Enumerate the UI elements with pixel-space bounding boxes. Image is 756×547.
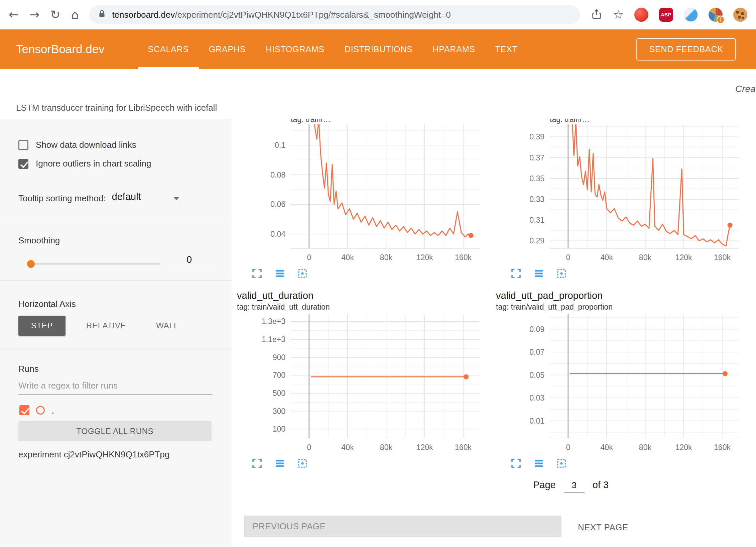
run-checkbox[interactable] <box>19 405 29 415</box>
tab-text[interactable]: TEXT <box>485 29 528 69</box>
bookmark-star-icon[interactable]: ☆ <box>613 9 624 21</box>
scalar-chart[interactable]: 0.290.310.330.350.370.39040k80k120k160k <box>491 124 739 263</box>
fit-domain-icon[interactable] <box>296 267 309 280</box>
svg-text:0.1: 0.1 <box>275 141 285 149</box>
experiment-id-label: experiment cj2vtPiwQHKN9Q1tx6PTpg <box>18 449 169 460</box>
svg-text:0: 0 <box>566 443 570 452</box>
svg-text:0.31: 0.31 <box>529 216 544 224</box>
show-download-links-checkbox[interactable] <box>18 140 28 150</box>
expand-chart-icon[interactable] <box>510 457 522 470</box>
svg-text:40k: 40k <box>342 253 354 262</box>
svg-text:0.05: 0.05 <box>529 371 544 379</box>
tab-histograms[interactable]: HISTOGRAMS <box>256 29 335 69</box>
url-text: tensorboard.dev/experiment/cj2vtPiwQHKN9… <box>112 10 451 20</box>
expand-chart-icon[interactable] <box>251 267 263 280</box>
reload-icon[interactable]: ↻ <box>50 9 60 21</box>
send-feedback-button[interactable]: SEND FEEDBACK <box>636 38 736 61</box>
svg-text:0.35: 0.35 <box>529 174 544 183</box>
runs-regex-input[interactable] <box>18 379 212 395</box>
svg-text:40k: 40k <box>601 443 613 452</box>
svg-text:0.08: 0.08 <box>270 171 285 179</box>
expand-chart-icon[interactable] <box>510 267 522 280</box>
extension-icon[interactable] <box>684 8 698 22</box>
page-number-input[interactable] <box>564 480 585 493</box>
ignore-outliers-checkbox[interactable] <box>18 159 28 169</box>
svg-text:120k: 120k <box>416 253 433 262</box>
svg-text:500: 500 <box>273 389 285 398</box>
show-download-links-row[interactable]: Show data download links <box>18 140 136 150</box>
horizontal-axis-label: Horizontal Axis <box>18 299 76 309</box>
svg-text:80k: 80k <box>380 253 393 262</box>
svg-text:120k: 120k <box>416 443 433 452</box>
smoothing-value-input[interactable]: 0 <box>167 254 211 268</box>
ignore-outliers-row[interactable]: Ignore outliers in chart scaling <box>18 158 151 169</box>
tooltip-sorting-dropdown[interactable]: default <box>111 191 181 205</box>
next-page-button[interactable]: NEXT PAGE <box>574 520 632 535</box>
tab-scalars[interactable]: SCALARS <box>138 29 199 69</box>
expand-chart-icon[interactable] <box>251 457 263 470</box>
abp-extension-icon[interactable]: ABP <box>659 8 673 22</box>
tab-graphs[interactable]: GRAPHS <box>199 29 256 69</box>
divider <box>0 217 232 217</box>
tooltip-sorting-value: default <box>112 191 141 202</box>
runs-filter-row <box>18 379 212 395</box>
cookie-icon[interactable] <box>733 8 747 22</box>
axis-wall-button[interactable]: WALL <box>147 316 188 336</box>
chart-toolbar <box>510 457 750 470</box>
chart-toolbar <box>251 267 491 280</box>
svg-text:300: 300 <box>273 407 285 416</box>
smoothing-slider[interactable] <box>28 263 160 264</box>
chart-tag-clipped: tag: train/… <box>291 119 491 124</box>
scalar-chart[interactable]: 1003005007009001.1e+31.3e+3040k80k120k16… <box>232 314 480 453</box>
svg-text:0.04: 0.04 <box>270 230 285 238</box>
svg-text:0.03: 0.03 <box>529 394 544 402</box>
svg-text:0.06: 0.06 <box>270 200 285 209</box>
share-icon[interactable] <box>591 8 602 21</box>
runs-label: Runs <box>18 364 39 374</box>
scalar-chart[interactable]: 0.010.030.050.070.09040k80k120k160k <box>491 314 739 453</box>
smoothing-slider-thumb[interactable] <box>27 260 35 268</box>
ssl-lock-icon[interactable] <box>97 9 107 20</box>
chevron-down-icon <box>173 197 179 200</box>
scalar-chart[interactable]: 0.040.060.080.1040k80k120k160k <box>232 124 480 263</box>
svg-text:80k: 80k <box>380 443 393 452</box>
home-icon[interactable]: ⌂ <box>71 9 79 21</box>
back-icon[interactable]: ← <box>9 9 19 21</box>
show-download-links-label: Show data download links <box>36 140 136 150</box>
toggle-y-axis-icon[interactable] <box>532 267 545 280</box>
tab-distributions[interactable]: DISTRIBUTIONS <box>335 29 422 69</box>
address-bar[interactable]: tensorboard.dev/experiment/cj2vtPiwQHKN9… <box>89 5 580 24</box>
brand-logo[interactable]: TensorBoard.dev <box>16 42 105 56</box>
ignore-outliers-label: Ignore outliers in chart scaling <box>36 158 151 169</box>
previous-page-button[interactable]: PREVIOUS PAGE <box>244 516 561 537</box>
adblock-extension-icon[interactable] <box>634 8 648 22</box>
axis-step-button[interactable]: STEP <box>18 316 66 336</box>
chart-card-valid-utt-duration: valid_utt_duration tag: train/valid_utt_… <box>232 290 491 470</box>
axis-relative-button[interactable]: RELATIVE <box>77 316 135 336</box>
toggle-all-runs-button[interactable]: TOGGLE ALL RUNS <box>18 421 212 441</box>
svg-text:100: 100 <box>273 425 285 433</box>
toggle-y-axis-icon[interactable] <box>273 457 286 470</box>
chart-title: valid_utt_duration <box>237 290 491 301</box>
svg-text:160k: 160k <box>714 253 731 262</box>
fit-domain-icon[interactable] <box>296 457 309 470</box>
toggle-y-axis-icon[interactable] <box>532 457 545 470</box>
fit-domain-icon[interactable] <box>555 457 568 470</box>
svg-text:120k: 120k <box>675 443 692 452</box>
fit-domain-icon[interactable] <box>555 267 568 280</box>
app-header: TensorBoard.dev SCALARS GRAPHS HISTOGRAM… <box>0 29 756 69</box>
toggle-y-axis-icon[interactable] <box>273 267 286 280</box>
smoothing-label: Smoothing <box>18 235 60 246</box>
forward-icon[interactable]: → <box>29 9 39 21</box>
charts-panel: tag: train/… 0.040.060.080.1040k80k120k1… <box>232 119 756 547</box>
profile-avatar[interactable]: 1 <box>709 8 723 22</box>
experiment-header: Crea LSTM transducer training for LibriS… <box>0 69 756 119</box>
chart-tag: tag: train/valid_utt_duration <box>237 303 491 312</box>
experiment-description: LSTM transducer training for LibriSpeech… <box>16 103 217 113</box>
svg-text:120k: 120k <box>675 253 692 262</box>
runs-label-row: Runs <box>18 364 39 374</box>
tab-hparams[interactable]: HPARAMS <box>422 29 485 69</box>
run-row[interactable]: . <box>19 405 54 415</box>
svg-text:0: 0 <box>307 443 311 452</box>
svg-text:0.07: 0.07 <box>529 348 544 356</box>
